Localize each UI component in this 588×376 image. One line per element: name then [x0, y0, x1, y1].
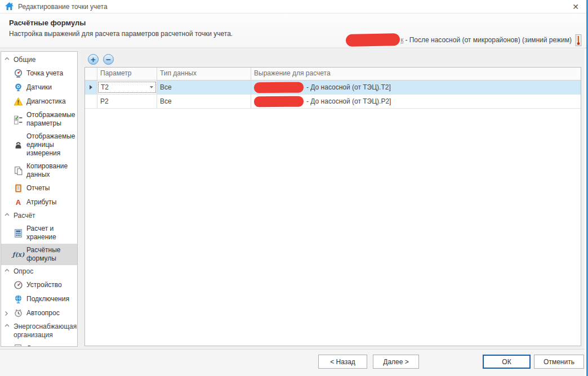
column-header-data-type[interactable]: Тип данных	[157, 68, 251, 80]
grid-empty-area	[85, 109, 581, 346]
sidebar-item-label: Копирование данных	[26, 162, 76, 179]
page-title: Расчётные формулы	[9, 19, 577, 27]
sidebar-item-connections[interactable]: Подключения	[1, 292, 77, 306]
nav-group-label: Общие	[14, 56, 76, 64]
column-header-expression[interactable]: Выражение для расчета	[251, 68, 581, 80]
sidebar-item-label: Устройство	[26, 281, 76, 289]
metering-point-name: - После насосной (от микрорайонов) (зимн…	[405, 36, 572, 44]
sidebar-item-label: Расчётные формулы	[26, 246, 76, 263]
dropdown-arrow-icon[interactable]	[150, 86, 153, 88]
table-row[interactable]: Т2 Все - До насосной (от ТЭЦ).Т2]	[85, 80, 581, 95]
sidebar-item-label: Отображаемые параметры	[26, 111, 76, 128]
title-bar: Редактирование точки учета ✕	[0, 0, 586, 14]
dialog-footer: < Назад Далее > ОК Отменить	[0, 349, 585, 376]
cancel-button[interactable]: Отменить	[534, 355, 584, 369]
chevron-up-icon	[5, 57, 10, 60]
thermometer-icon	[575, 34, 582, 46]
sidebar-item-calc-storage[interactable]: Расчет и хранение	[1, 222, 77, 244]
nav-group-label: Опрос	[14, 267, 76, 276]
copy-icon	[14, 166, 23, 176]
column-header-parameter[interactable]: Параметр	[97, 68, 157, 80]
table-row[interactable]: Р2 Все - До насосной (от ТЭЦ).Р2]	[85, 95, 581, 109]
formulas-panel: + − Параметр Тип данных Выражение для ра…	[84, 52, 581, 346]
home-icon	[5, 2, 14, 11]
checklist-icon	[14, 115, 23, 124]
sidebar-item-label: Подключения	[26, 295, 76, 303]
sidebar-item-label: Диагностика	[26, 97, 76, 106]
nav-group-general[interactable]: Общие	[1, 53, 77, 66]
back-button[interactable]: < Назад	[318, 355, 367, 369]
weight-icon	[14, 140, 23, 150]
grid-header-row: Параметр Тип данных Выражение для расчет…	[85, 68, 581, 80]
nav-group-label: Энергоснабжающая организация	[14, 323, 76, 339]
row-selector-header	[85, 68, 97, 80]
current-row-cell	[85, 80, 97, 94]
sidebar-item-displayed-parameters[interactable]: Отображаемые параметры	[1, 109, 77, 130]
parameter-cell[interactable]: Т2	[97, 80, 157, 94]
main-area: Общие Точка учета Датчики	[0, 49, 585, 349]
gauge-icon	[14, 280, 23, 290]
sidebar-item-contract[interactable]: Договор	[1, 342, 77, 347]
sidebar-item-label: Отчеты	[26, 184, 76, 193]
metering-point-context: к - После насосной (от микрорайонов) (зи…	[346, 34, 582, 46]
settings-nav: Общие Точка учета Датчики	[1, 51, 78, 347]
close-button[interactable]: ✕	[569, 2, 582, 12]
warning-icon	[14, 97, 23, 106]
expression-cell[interactable]: - До насосной (от ТЭЦ).Т2]	[251, 80, 581, 94]
dialog-edit-metering-point: Редактирование точки учета ✕ Расчётные ф…	[0, 0, 588, 376]
remove-row-button[interactable]: −	[103, 54, 114, 65]
data-type-cell[interactable]: Все	[157, 80, 251, 94]
chevron-up-icon	[5, 268, 10, 272]
redaction-overlay	[346, 33, 400, 47]
contract-icon	[14, 344, 23, 347]
expression-text: - До насосной (от ТЭЦ).Р2]	[306, 97, 391, 105]
sidebar-item-label: Датчики	[26, 83, 76, 92]
report-icon	[14, 183, 23, 193]
sensor-icon	[14, 83, 23, 92]
meter-icon	[14, 69, 23, 78]
page-header: Расчётные формулы Настройка выражений дл…	[0, 14, 586, 48]
add-row-button[interactable]: +	[88, 54, 99, 65]
redaction-overlay	[254, 82, 304, 93]
nav-group-polling[interactable]: Опрос	[1, 265, 77, 278]
sidebar-item-data-copy[interactable]: Копирование данных	[1, 160, 77, 181]
formulas-grid: Параметр Тип данных Выражение для расчет…	[84, 67, 581, 346]
sidebar-item-diagnostics[interactable]: Диагностика	[1, 95, 77, 109]
attribute-icon: A	[14, 198, 23, 207]
sidebar-item-attributes[interactable]: A Атрибуты	[1, 195, 77, 209]
sidebar-item-displayed-units[interactable]: Отображаемые единицы измерения	[1, 130, 77, 160]
chevron-up-icon	[5, 324, 10, 327]
current-row-indicator-icon	[90, 85, 92, 89]
expression-cell[interactable]: - До насосной (от ТЭЦ).Р2]	[251, 95, 581, 108]
grid-toolbar: + −	[84, 52, 581, 67]
sidebar-item-calc-formulas[interactable]: ƒ(x) Расчётные формулы	[1, 244, 77, 265]
nav-group-calculation[interactable]: Расчёт	[1, 209, 77, 222]
row-selector-cell	[85, 95, 97, 108]
formula-icon: ƒ(x)	[14, 250, 23, 259]
nav-group-energy-org[interactable]: Энергоснабжающая организация	[1, 320, 77, 342]
data-type-cell[interactable]: Все	[157, 95, 251, 108]
parameter-editor[interactable]: Т2	[98, 82, 156, 93]
sidebar-item-label: Точка учета	[26, 69, 76, 78]
sidebar-item-autopoll[interactable]: Автоопрос	[1, 306, 77, 320]
expression-text: - До насосной (от ТЭЦ).Т2]	[306, 83, 391, 91]
parameter-cell[interactable]: Р2	[97, 95, 157, 108]
next-button[interactable]: Далее >	[373, 355, 419, 369]
redaction-overlay	[254, 96, 304, 107]
sidebar-item-reports[interactable]: Отчеты	[1, 181, 77, 195]
sidebar-item-label: Расчет и хранение	[26, 225, 76, 241]
sidebar-item-label: Договор	[26, 344, 76, 347]
globe-icon	[14, 294, 23, 304]
sidebar-item-metering-point[interactable]: Точка учета	[1, 66, 77, 80]
chevron-right-icon[interactable]	[5, 311, 8, 316]
sidebar-item-sensors[interactable]: Датчики	[1, 80, 77, 95]
sidebar-item-device[interactable]: Устройство	[1, 278, 77, 292]
nav-group-label: Расчёт	[14, 212, 76, 220]
chevron-up-icon	[5, 213, 10, 216]
calculator-icon	[14, 229, 23, 238]
metering-point-link[interactable]: к	[400, 36, 403, 44]
ok-button[interactable]: ОК	[483, 355, 531, 369]
sidebar-item-label: Автоопрос	[26, 309, 76, 317]
sidebar-item-label: Атрибуты	[26, 198, 76, 207]
window-title: Редактирование точки учета	[18, 3, 108, 11]
